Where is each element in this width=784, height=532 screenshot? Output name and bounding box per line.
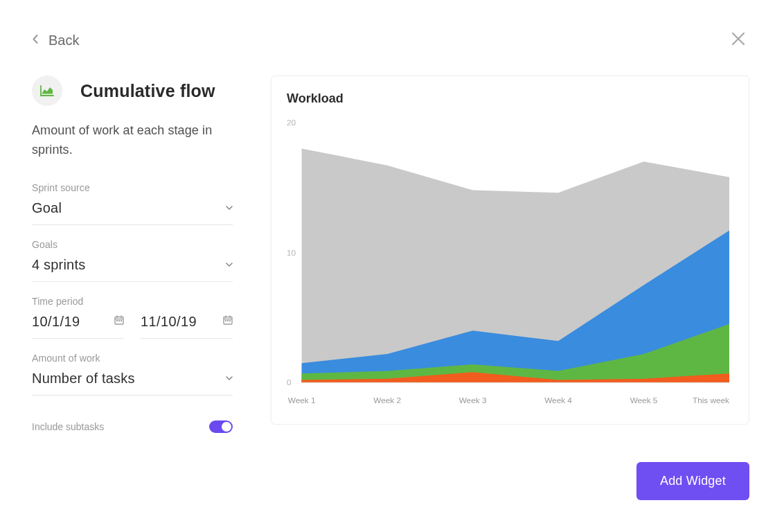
widget-description: Amount of work at each stage in sprints.	[32, 121, 233, 160]
end-date-value: 11/10/19	[141, 314, 197, 330]
svg-text:Week 1: Week 1	[288, 396, 316, 405]
svg-text:10: 10	[287, 248, 296, 257]
area-chart-icon	[32, 76, 62, 106]
svg-text:Week 4: Week 4	[544, 396, 572, 405]
sprint-source-select[interactable]: Goal	[32, 200, 233, 225]
sprint-source-value: Goal	[32, 200, 62, 216]
include-subtasks-label: Include subtasks	[32, 421, 104, 432]
goals-value: 4 sprints	[32, 257, 85, 273]
svg-text:Week 3: Week 3	[459, 396, 487, 405]
card-title: Workload	[287, 91, 729, 106]
config-sidebar: Cumulative flow Amount of work at each s…	[32, 76, 233, 500]
goals-label: Goals	[32, 239, 233, 250]
workload-card: Workload 01020Week 1Week 2Week 3Week 4We…	[271, 76, 749, 425]
svg-rect-5	[225, 320, 226, 321]
svg-rect-6	[227, 320, 229, 321]
back-label: Back	[48, 33, 79, 48]
svg-text:20: 20	[287, 118, 296, 127]
end-date-input[interactable]: 11/10/19	[141, 314, 233, 339]
widget-title: Cumulative flow	[80, 81, 215, 101]
calendar-icon	[114, 315, 124, 328]
svg-rect-3	[121, 320, 122, 321]
back-button[interactable]: Back	[33, 33, 79, 48]
chevron-down-icon	[226, 204, 233, 212]
close-button[interactable]	[731, 31, 746, 49]
cumulative-flow-chart: 01020Week 1Week 2Week 3Week 4Week 5This …	[287, 116, 729, 409]
start-date-value: 10/1/19	[32, 314, 80, 330]
start-date-input[interactable]: 10/1/19	[32, 314, 124, 339]
svg-text:This week: This week	[693, 396, 729, 405]
add-widget-button[interactable]: Add Widget	[636, 462, 749, 500]
svg-rect-2	[118, 320, 120, 321]
toggle-knob	[222, 422, 231, 432]
preview-pane: Workload 01020Week 1Week 2Week 3Week 4We…	[271, 76, 749, 500]
svg-rect-1	[116, 320, 118, 321]
goals-select[interactable]: 4 sprints	[32, 257, 233, 282]
svg-text:Week 5: Week 5	[630, 396, 658, 405]
calendar-icon	[223, 315, 233, 328]
chevron-left-icon	[33, 35, 38, 46]
svg-text:Week 2: Week 2	[373, 396, 401, 405]
amount-of-work-label: Amount of work	[32, 353, 233, 364]
svg-rect-7	[229, 320, 231, 321]
amount-of-work-select[interactable]: Number of tasks	[32, 371, 233, 396]
include-subtasks-toggle[interactable]	[209, 420, 233, 433]
svg-text:0: 0	[287, 378, 292, 387]
sprint-source-label: Sprint source	[32, 182, 233, 193]
chevron-down-icon	[226, 374, 233, 382]
amount-of-work-value: Number of tasks	[32, 371, 135, 387]
chevron-down-icon	[226, 260, 233, 269]
time-period-label: Time period	[32, 296, 233, 307]
